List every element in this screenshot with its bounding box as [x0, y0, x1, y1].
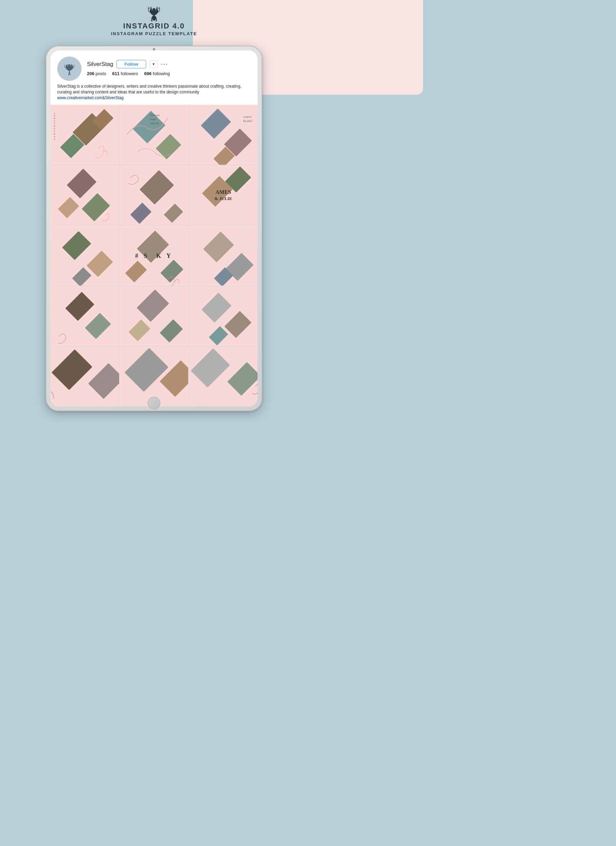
stats-row: 206 posts 611 followers 696 following: [87, 71, 251, 76]
ames-julie-overlay: AMES& JULIE: [214, 189, 232, 201]
grid-cell-7[interactable]: [50, 226, 119, 286]
adventures-text: #ADVENTURES: [53, 112, 56, 140]
grid-cell-2[interactable]: Will youtravelwith me: [120, 105, 188, 165]
page-title-main: INSTAGRID 4.0: [123, 22, 185, 31]
will-you-text: Will youtravelwith me: [150, 113, 160, 126]
followers-count: 611: [112, 71, 119, 76]
svg-point-0: [152, 15, 156, 21]
posts-count: 206: [87, 71, 94, 76]
sky-overlay: # S K Y: [135, 252, 173, 259]
home-button[interactable]: [148, 397, 160, 410]
svg-point-3: [70, 68, 71, 69]
profile-username: SilverStag: [87, 61, 113, 68]
page-header: INSTAGRID 4.0 INSTAGRAM PUZZLE TEMPLATE: [111, 0, 197, 36]
grid-cell-15[interactable]: [189, 347, 257, 407]
page-title-sub: INSTAGRAM PUZZLE TEMPLATE: [111, 31, 197, 36]
svg-point-2: [68, 68, 69, 69]
followers-label: followers: [121, 71, 138, 76]
avatar: [57, 57, 82, 81]
grid-cell-5[interactable]: [120, 166, 188, 225]
posts-stat: 206 posts: [87, 71, 106, 76]
profile-top-row: SilverStag Follow ▾ ··· 206 posts 611 fo…: [57, 57, 251, 81]
more-button[interactable]: ···: [161, 60, 168, 68]
bio-link[interactable]: www.creativemarket.com&SilverStag: [57, 95, 123, 100]
avatar-deer-icon: [60, 60, 78, 78]
photo-grid: #ADVENTURES Wil: [50, 105, 257, 407]
profile-info: SilverStag Follow ▾ ··· 206 posts 611 fo…: [87, 60, 251, 78]
tablet-screen: SilverStag Follow ▾ ··· 206 posts 611 fo…: [50, 50, 257, 407]
bio-content: SilverStag is a collective of designers,…: [57, 84, 241, 94]
followers-stat: 611 followers: [112, 71, 138, 76]
follow-button[interactable]: Follow: [116, 60, 146, 68]
grid-section: #ADVENTURES Wil: [50, 105, 257, 407]
deer-logo-icon: [147, 6, 161, 22]
camera-dot: [153, 48, 155, 50]
following-stat: 696 following: [144, 71, 170, 76]
following-label: following: [153, 71, 170, 76]
grid-cell-6[interactable]: AMES& JULIE: [189, 166, 257, 225]
grid-cell-12[interactable]: [189, 286, 257, 346]
grid-cell-9[interactable]: [189, 226, 257, 286]
grid-cell-13[interactable]: [50, 347, 119, 407]
tablet-frame: SilverStag Follow ▾ ··· 206 posts 611 fo…: [46, 46, 262, 411]
grid-cell-11[interactable]: [120, 286, 188, 346]
grid-cell-1[interactable]: #ADVENTURES: [50, 105, 119, 165]
grid-cell-10[interactable]: [50, 286, 119, 346]
bio-text: SilverStag is a collective of designers,…: [57, 84, 251, 100]
posts-label: posts: [96, 71, 106, 76]
grid-cell-3[interactable]: a travelhis july?: [189, 105, 257, 165]
profile-section: SilverStag Follow ▾ ··· 206 posts 611 fo…: [50, 50, 257, 105]
grid-cell-4[interactable]: [50, 166, 119, 225]
following-count: 696: [144, 71, 151, 76]
grid-cell-8[interactable]: # S K Y: [120, 226, 188, 286]
travel-july-text: a travelhis july?: [243, 115, 253, 123]
profile-name-row: SilverStag Follow ▾ ···: [87, 60, 251, 68]
dropdown-button[interactable]: ▾: [150, 60, 158, 68]
